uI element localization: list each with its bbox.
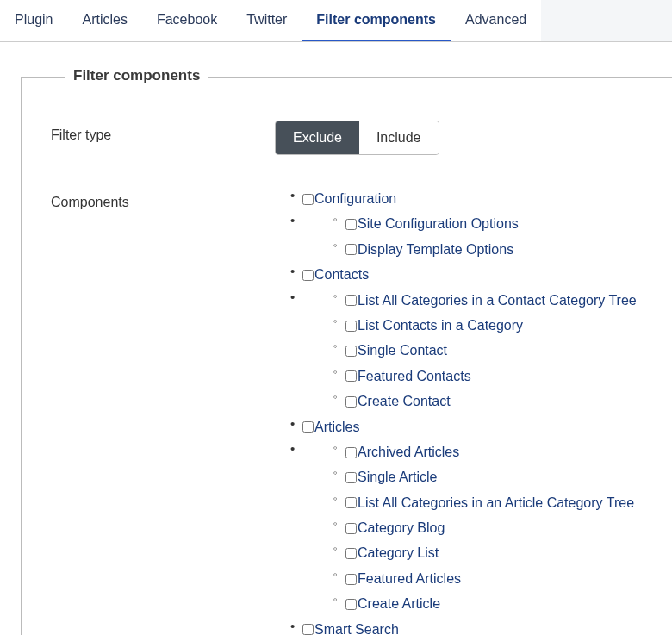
checkbox-create-article[interactable]	[345, 599, 357, 610]
checkbox-contacts[interactable]	[302, 270, 314, 281]
checkbox-category-blog[interactable]	[345, 523, 357, 534]
include-button[interactable]: Include	[359, 121, 439, 154]
label-featured-articles[interactable]: Featured Articles	[358, 568, 461, 590]
label-articles-list-all[interactable]: List All Categories in an Article Catego…	[358, 492, 634, 514]
label-display-template[interactable]: Display Template Options	[358, 239, 513, 261]
checkbox-articles-list-all[interactable]	[345, 497, 357, 508]
content-area: Filter components Filter type Exclude In…	[0, 42, 672, 635]
exclude-button[interactable]: Exclude	[276, 121, 359, 154]
checkbox-create-contact[interactable]	[345, 396, 357, 408]
tab-twitter[interactable]: Twitter	[232, 0, 302, 41]
filter-type-control: Exclude Include	[275, 121, 672, 155]
label-contacts[interactable]: Contacts	[314, 264, 369, 286]
row-filter-type: Filter type Exclude Include	[51, 121, 672, 155]
label-featured-contacts[interactable]: Featured Contacts	[358, 365, 471, 388]
components-label: Components	[51, 188, 275, 210]
checkbox-contacts-list-all[interactable]	[345, 295, 357, 306]
label-smart-search[interactable]: Smart Search	[314, 619, 399, 635]
checkbox-display-template[interactable]	[345, 244, 357, 255]
tab-facebook[interactable]: Facebook	[142, 0, 232, 41]
filter-type-toggle: Exclude Include	[275, 121, 439, 155]
checkbox-single-contact[interactable]	[345, 346, 357, 357]
label-contacts-list-all[interactable]: List All Categories in a Contact Categor…	[358, 289, 637, 312]
label-site-config[interactable]: Site Configuration Options	[358, 213, 519, 235]
row-components: Components Configuration	[51, 188, 672, 635]
checkbox-featured-contacts[interactable]	[345, 370, 357, 382]
components-tree: Configuration Site Configuration Options	[275, 188, 672, 635]
tree-node-contacts: Contacts	[290, 264, 672, 286]
label-category-list[interactable]: Category List	[358, 542, 439, 564]
label-configuration[interactable]: Configuration	[314, 188, 396, 210]
filter-type-label: Filter type	[51, 121, 275, 143]
tree-node-articles: Articles	[290, 416, 672, 439]
checkbox-featured-articles[interactable]	[345, 574, 357, 585]
checkbox-articles[interactable]	[302, 421, 314, 433]
label-single-contact[interactable]: Single Contact	[358, 339, 447, 362]
checkbox-configuration[interactable]	[302, 194, 314, 205]
checkbox-archived-articles[interactable]	[345, 447, 357, 458]
label-create-contact[interactable]: Create Contact	[358, 390, 451, 413]
label-contacts-list-in-cat[interactable]: List Contacts in a Category	[358, 314, 523, 337]
checkbox-smart-search[interactable]	[302, 624, 314, 635]
components-control: Configuration Site Configuration Options	[275, 188, 672, 635]
checkbox-contacts-list-in-cat[interactable]	[345, 321, 357, 332]
tab-articles[interactable]: Articles	[67, 0, 141, 41]
tab-plugin[interactable]: Plugin	[0, 0, 67, 41]
tree-node-smart-search: Smart Search	[290, 619, 672, 635]
label-single-article[interactable]: Single Article	[358, 466, 438, 489]
tabs-bar: Plugin Articles Facebook Twitter Filter …	[0, 0, 672, 42]
fieldset-filter-components: Filter components Filter type Exclude In…	[21, 77, 672, 635]
tab-filter-components[interactable]: Filter components	[302, 0, 451, 41]
checkbox-site-config[interactable]	[345, 219, 357, 230]
checkbox-category-list[interactable]	[345, 548, 357, 559]
tree-node-articles-children: Archived Articles Single Article	[290, 441, 672, 616]
label-archived-articles[interactable]: Archived Articles	[358, 441, 459, 464]
tree-node-contacts-children: List All Categories in a Contact Categor…	[290, 289, 672, 414]
tree-node-configuration-children: Site Configuration Options Display Templ…	[290, 213, 672, 261]
fieldset-legend: Filter components	[65, 67, 208, 84]
label-category-blog[interactable]: Category Blog	[358, 517, 445, 539]
checkbox-single-article[interactable]	[345, 472, 357, 483]
label-articles[interactable]: Articles	[314, 416, 359, 439]
tree-node-configuration: Configuration	[290, 188, 672, 210]
tab-advanced[interactable]: Advanced	[451, 0, 541, 41]
label-create-article[interactable]: Create Article	[358, 593, 440, 615]
